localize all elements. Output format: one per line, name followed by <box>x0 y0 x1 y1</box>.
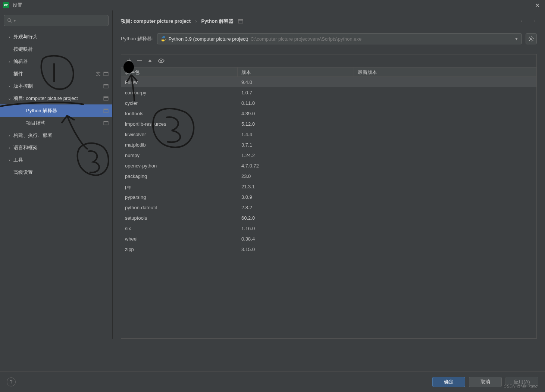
package-row[interactable]: Pillow9.4.0 <box>121 77 536 87</box>
sidebar-item[interactable]: 按键映射 <box>0 43 112 55</box>
sidebar-item[interactable]: ›构建、执行、部署 <box>0 129 112 141</box>
project-scope-icon <box>103 96 109 101</box>
titlebar: PC 设置 ✕ <box>0 0 545 10</box>
sidebar-item[interactable]: ⌄项目: computer picture project <box>0 92 112 104</box>
package-name: matplotlib <box>121 142 238 148</box>
sidebar-item-label: 编辑器 <box>13 58 109 65</box>
package-row[interactable]: cycler0.11.0 <box>121 98 536 108</box>
svg-line-1 <box>10 21 12 23</box>
cancel-button[interactable]: 取消 <box>469 377 502 387</box>
package-row[interactable]: pyparsing3.0.9 <box>121 192 536 202</box>
nav-back-icon[interactable]: ← <box>520 17 526 25</box>
tree-arrow-icon: › <box>7 133 12 138</box>
package-row[interactable]: setuptools60.2.0 <box>121 213 536 223</box>
sidebar-item[interactable]: 项目结构 <box>0 117 112 129</box>
col-latest[interactable]: 最新版本 <box>354 68 470 76</box>
tree-arrow-icon: › <box>7 35 12 39</box>
package-toolbar <box>121 54 536 67</box>
breadcrumb-page: Python 解释器 <box>201 18 234 25</box>
package-version: 1.0.7 <box>238 90 354 95</box>
col-version[interactable]: 版本 <box>238 68 354 76</box>
package-list[interactable]: Pillow9.4.0contourpy1.0.7cycler0.11.0fon… <box>121 77 536 338</box>
interpreter-path: C:\computer picture project\venv\Scripts… <box>251 36 362 42</box>
gear-icon <box>528 36 534 42</box>
package-version: 1.4.4 <box>238 132 354 137</box>
package-version: 21.3.1 <box>238 184 354 189</box>
col-name[interactable]: 软件包 <box>121 68 238 76</box>
eye-icon <box>158 58 165 63</box>
package-row[interactable]: opencv-python4.7.0.72 <box>121 160 536 171</box>
show-early-releases-button[interactable] <box>158 58 165 63</box>
upgrade-package-button[interactable] <box>147 58 153 63</box>
tree-arrow-icon: › <box>7 59 12 64</box>
sidebar-item-label: 项目结构 <box>26 120 103 126</box>
package-row[interactable]: packaging23.0 <box>121 171 536 181</box>
sidebar-item[interactable]: ›外观与行为 <box>0 31 112 43</box>
svg-point-15 <box>530 38 532 40</box>
python-icon <box>160 36 166 42</box>
package-version: 3.0.9 <box>238 194 354 200</box>
svg-rect-8 <box>104 97 108 98</box>
content-pane: 项目: computer picture project › Python 解释… <box>113 10 545 339</box>
package-row[interactable]: python-dateutil2.8.2 <box>121 202 536 213</box>
breadcrumb-project: 项目: computer picture project <box>121 18 191 25</box>
svg-point-0 <box>8 19 11 22</box>
sidebar-item-label: Python 解释器 <box>26 107 103 114</box>
sidebar-item[interactable]: 插件文A <box>0 68 112 80</box>
package-name: setuptools <box>121 215 238 221</box>
package-row[interactable]: six1.16.0 <box>121 223 536 233</box>
close-icon[interactable]: ✕ <box>533 2 542 9</box>
sidebar-item[interactable]: ›编辑器 <box>0 55 112 68</box>
package-version: 1.24.2 <box>238 153 354 158</box>
package-row[interactable]: kiwisolver1.4.4 <box>121 129 536 139</box>
package-row[interactable]: wheel0.38.4 <box>121 233 536 244</box>
package-version: 3.7.1 <box>238 142 354 148</box>
interpreter-settings-button[interactable] <box>526 33 537 44</box>
package-name: packaging <box>121 173 238 179</box>
tree-arrow-icon: › <box>7 84 12 88</box>
svg-rect-12 <box>104 121 108 122</box>
package-row[interactable]: zipp3.15.0 <box>121 244 536 254</box>
package-version: 60.2.0 <box>238 215 354 221</box>
tree-arrow-icon: › <box>7 145 12 150</box>
package-name: wheel <box>121 236 238 242</box>
sidebar-item-label: 高级设置 <box>13 169 109 176</box>
plus-icon <box>126 58 132 63</box>
remove-package-button[interactable] <box>137 58 142 63</box>
package-row[interactable]: numpy1.24.2 <box>121 150 536 160</box>
package-name: fonttools <box>121 111 238 116</box>
apply-button[interactable]: 应用(A) <box>505 377 538 387</box>
project-scope-icon <box>103 120 109 126</box>
sidebar-item-label: 版本控制 <box>13 83 103 90</box>
minus-icon <box>137 58 142 63</box>
package-row[interactable]: pip21.3.1 <box>121 181 536 192</box>
project-scope-icon <box>103 84 109 89</box>
sidebar-item-label: 工具 <box>13 157 109 163</box>
chevron-down-icon: ▼ <box>514 37 519 41</box>
sidebar: ▾ ›外观与行为按键映射›编辑器插件文A›版本控制⌄项目: computer p… <box>0 10 113 339</box>
add-package-button[interactable] <box>126 58 132 63</box>
sidebar-item[interactable]: Python 解释器 <box>0 104 112 117</box>
help-button[interactable]: ? <box>7 377 16 386</box>
sidebar-item-label: 语言和框架 <box>13 144 109 151</box>
package-row[interactable]: matplotlib3.7.1 <box>121 139 536 150</box>
package-version: 9.4.0 <box>238 79 354 85</box>
interpreter-dropdown[interactable]: Python 3.9 (computer picture project) C:… <box>157 33 522 44</box>
svg-rect-14 <box>238 19 243 21</box>
search-input[interactable]: ▾ <box>4 15 109 26</box>
package-name: importlib-resources <box>121 121 238 127</box>
sidebar-item-label: 构建、执行、部署 <box>13 132 109 139</box>
package-row[interactable]: importlib-resources5.12.0 <box>121 119 536 129</box>
sidebar-item-label: 外观与行为 <box>13 34 109 40</box>
ok-button[interactable]: 确定 <box>432 377 465 387</box>
package-row[interactable]: contourpy1.0.7 <box>121 87 536 98</box>
package-version: 0.38.4 <box>238 236 354 242</box>
sidebar-item[interactable]: ›版本控制 <box>0 80 112 92</box>
package-row[interactable]: fonttools4.39.0 <box>121 108 536 119</box>
sidebar-item[interactable]: 高级设置 <box>0 166 112 178</box>
app-logo-icon: PC <box>3 2 9 8</box>
sidebar-item[interactable]: ›语言和框架 <box>0 141 112 154</box>
nav-forward-icon[interactable]: → <box>530 17 537 25</box>
interpreter-label: Python 解释器: <box>121 35 153 42</box>
sidebar-item[interactable]: ›工具 <box>0 154 112 166</box>
